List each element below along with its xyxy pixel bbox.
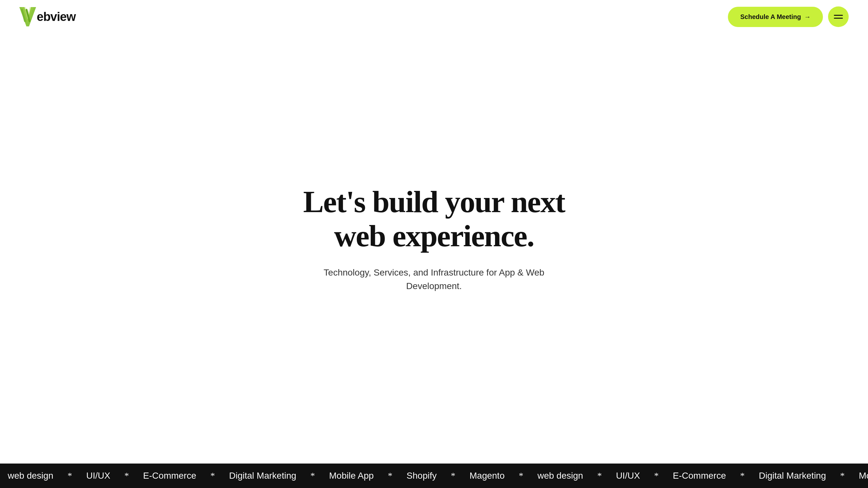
schedule-meeting-button[interactable]: Schedule A Meeting →: [728, 7, 823, 27]
ticker-item: UI/UX: [86, 470, 111, 481]
hero-title: Let's build your next web experience.: [303, 185, 565, 253]
hamburger-menu-button[interactable]: [828, 6, 849, 27]
logo-icon: [19, 7, 36, 26]
ticker-separator: *: [519, 470, 523, 481]
hero-subtitle: Technology, Services, and Infrastructure…: [305, 266, 563, 293]
arrow-icon: →: [804, 13, 811, 21]
ticker-item: Magento: [470, 470, 505, 481]
ticker-separator: *: [740, 470, 745, 481]
ticker-separator: *: [597, 470, 602, 481]
ticker-separator: *: [388, 470, 392, 481]
ticker-separator: *: [68, 470, 72, 481]
ticker-separator: *: [210, 470, 215, 481]
ticker-item: web design: [537, 470, 583, 481]
ticker-separator: *: [124, 470, 129, 481]
ticker-item: web design: [8, 470, 54, 481]
ticker-item: Mobile App: [859, 470, 868, 481]
ticker-item: Digital Marketing: [759, 470, 826, 481]
logo[interactable]: ebview: [19, 7, 76, 26]
ticker-item: UI/UX: [616, 470, 640, 481]
ticker-separator: *: [451, 470, 456, 481]
ticker-item: Shopify: [406, 470, 436, 481]
schedule-btn-label: Schedule A Meeting: [740, 13, 801, 21]
ticker-content: web design * UI/UX * E-Commerce * Digita…: [0, 470, 868, 481]
ticker-separator: *: [654, 470, 659, 481]
ticker-item: Mobile App: [329, 470, 374, 481]
hamburger-line-1: [834, 15, 843, 16]
header-actions: Schedule A Meeting →: [728, 6, 849, 27]
hero-section: Let's build your next web experience. Te…: [0, 33, 868, 457]
site-header: ebview Schedule A Meeting →: [0, 0, 868, 33]
ticker-bar: web design * UI/UX * E-Commerce * Digita…: [0, 463, 868, 488]
ticker-item: E-Commerce: [673, 470, 726, 481]
logo-text: ebview: [37, 10, 76, 24]
hamburger-line-2: [834, 18, 843, 19]
ticker-item: Digital Marketing: [229, 470, 296, 481]
ticker-separator: *: [840, 470, 845, 481]
ticker-separator: *: [310, 470, 315, 481]
ticker-item: E-Commerce: [143, 470, 196, 481]
